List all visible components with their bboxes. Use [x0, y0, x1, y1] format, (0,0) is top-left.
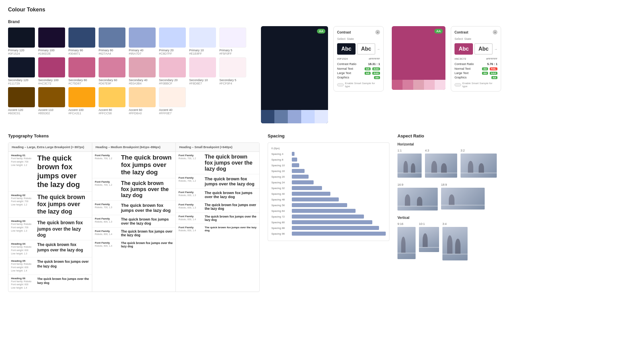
typo-sample-h1-lg: The quick brown fox jumps over the lazy …: [37, 154, 89, 189]
list-item: Spacing 8: [271, 158, 386, 162]
badge-aaa-large: AAA: [372, 72, 380, 75]
swatch-accent-80: Accent 80 #FFCC58: [99, 87, 125, 115]
badge-aa-normal: AA: [365, 67, 371, 70]
brand-label: Brand: [8, 19, 246, 24]
swatch-primary-40: Primary 40 #95A7D7: [129, 27, 156, 55]
typo-sample-h2-lg: The quick brown fox jumps over the lazy …: [37, 194, 89, 216]
typo-sample-h1-sm: The quick brown fox jumps over the lazy …: [205, 154, 257, 172]
smart-sample-toggle-1[interactable]: [337, 83, 344, 86]
list-item: Spacing 10: [271, 163, 386, 167]
aspect-ratio-img-18-9: [441, 188, 485, 209]
compliance-graphics-1: Graphics AA: [337, 76, 380, 79]
list-item: Spacing 72: [271, 215, 386, 219]
typo-meta-h6-lg: Heading 06 Font family: Roboto Font weig…: [11, 277, 35, 290]
swatch-accent-100: Accent 100 #FCA311: [68, 87, 95, 115]
contrast-panel-1-select-row: Select State: [337, 37, 380, 41]
arrow-icon: →: [377, 43, 380, 55]
badge-aa-large-2: AA: [482, 72, 488, 75]
list-item: Spacing 32: [271, 186, 386, 190]
typo-meta-h2-sm: Font Family Roboto, 700, 1.2: [178, 176, 202, 186]
arrow-icon-2: →: [494, 43, 497, 55]
typo-sample-h3-md: The quick brown fox jumps over the lazy …: [121, 203, 173, 213]
compliance-normal-text-1: Normal Text AA AAA: [337, 67, 380, 70]
compliance-large-text-1: Large Text AA AAA: [337, 71, 380, 75]
page: Colour Tokens Brand Primary 120 #0F1524 …: [0, 0, 644, 362]
swatch-primary-10: Primary 10 #E1E8FF: [189, 27, 216, 55]
table-row: Font Family Roboto, 600, 1.3 The quick b…: [176, 201, 259, 213]
contrast-panel-2: Contrast × Select State Abc Abc → #AC3C7…: [451, 26, 501, 92]
typo-sample-h4-lg: The quick brown fox jumps over the lazy …: [37, 242, 89, 255]
aspect-ratio-img-3-4: [442, 227, 468, 260]
badge-aa-normal-2: AA: [482, 67, 488, 70]
contrast-panel-1-title: Contrast: [337, 31, 351, 34]
contrast-panel-1-abc-row: Abc Abc →: [337, 43, 380, 55]
list-item: Spacing 96: [271, 232, 386, 236]
smart-sample-toggle-2[interactable]: [454, 83, 461, 86]
table-row: Font Family Roboto, 700, 1.2 The quick b…: [92, 178, 176, 201]
badge-aaa-normal: AAA: [372, 67, 380, 70]
table-row: Font Family Roboto, 700, 1.2 The quick b…: [92, 152, 176, 178]
contrast-abc-light: Abc: [357, 43, 375, 55]
aspect-ratio-item-1-1: 1:1: [397, 149, 422, 178]
contrast-group-1: AA Contrast × Select State: [261, 26, 384, 123]
swatch-secondary-80: Secondary 80 #C75D87: [68, 57, 95, 85]
smart-sample-row-2: Enable Smart Sample for type: [454, 82, 497, 88]
aa-badge-pink: AA: [434, 29, 443, 34]
swatch-primary-100: Primary 100 #190D2E: [38, 27, 65, 55]
list-item: Spacing 48: [271, 197, 386, 201]
table-row: Font Family Roboto, 600, 1.4 The quick b…: [176, 224, 259, 234]
aspect-ratio-section: Aspect Ratio Horizontal 1:1 4:3: [397, 133, 636, 292]
typo-meta-h3-sm: Font Family Roboto, 600, 1.3: [178, 191, 202, 199]
aspect-ratio-item-10-1: 10:1: [419, 222, 439, 260]
contrast-panel-2-close[interactable]: ×: [493, 30, 497, 35]
typography-section: Typography Tokens Heading – Large, Extra…: [8, 133, 260, 292]
table-row: Font Family Roboto, 600, 1.3 The quick b…: [176, 189, 259, 201]
aspect-ratio-row-1: 1:1 4:3: [397, 149, 636, 178]
aspect-ratio-item-16-9: 16:9: [397, 183, 438, 210]
typo-sample-h3-sm: The quick brown fox jumps over the lazy …: [205, 191, 257, 199]
pink-preview-swatches: [392, 80, 445, 90]
typo-sample-h2-sm: The quick brown fox jumps over the lazy …: [205, 176, 257, 186]
table-row: Font Family Roboto, 700, 1.2 The quick b…: [176, 174, 259, 189]
badge-aa-large: AA: [365, 72, 371, 75]
table-row: Font Family Roboto, 600, 1.4 The quick b…: [92, 239, 176, 250]
typo-sample-h6-sm: The quick brown fox jumps over the lazy …: [205, 226, 257, 232]
aspect-ratio-item-18-9: 18:9: [441, 183, 485, 210]
aspect-ratio-item-3-2: 3:2: [461, 149, 497, 178]
table-row: Font Family Roboto, 700, 1.2 The quick b…: [176, 152, 259, 174]
list-item: Spacing 88: [271, 226, 386, 230]
typo-col-small-header: Heading – Small Breakpoint (<640px): [176, 143, 259, 152]
contrast-panel-1-close[interactable]: ×: [375, 30, 380, 35]
swatch-primary-80: Primary 80 #627AA4: [99, 27, 125, 55]
typo-meta-h2-lg: Heading 02 Font family: Roboto Font weig…: [11, 194, 35, 216]
swatch-secondary-20: Secondary 20 #F0BBCF: [159, 57, 186, 85]
swatch-secondary-120: Secondary 120 #111729: [8, 57, 35, 85]
typo-col-large: Heading – Large, Extra Large Breakpoint …: [8, 143, 92, 292]
typo-meta-h3-md: Font Family Roboto, 700, 1.3: [95, 203, 118, 213]
typo-meta-h4-sm: Font Family Roboto, 600, 1.3: [178, 203, 202, 210]
contrast-panel-2-abc-row: Abc Abc →: [454, 43, 497, 55]
table-row: Heading 05 Font family: Roboto Font weig…: [8, 257, 92, 275]
table-row: Heading 06 Font family: Roboto Font weig…: [8, 275, 92, 292]
swatch-secondary-60: Secondary 60 #D67E9F: [99, 57, 125, 85]
contrast-panel-1: Contrast × Select State Abc Abc → #0F152…: [333, 26, 384, 92]
contrast-panel-2-title: Contrast: [454, 31, 468, 34]
typo-meta-h4-lg: Heading 04 Font family: Roboto Font weig…: [11, 242, 35, 255]
smart-sample-row-1: Enable Smart Sample for type: [337, 82, 380, 88]
table-row: Heading 02 Font family: Roboto Font weig…: [8, 192, 92, 218]
swatch-accent-110: Accent 110 #855302: [38, 87, 65, 115]
swatch-primary-90: Primary 90 #304871: [68, 27, 95, 55]
swatch-accent-40: Accent 40 #FFF0E7: [159, 87, 186, 115]
spacing-container: 0 (0px) Spacing 4 Spacing 8 Spacing 10 S…: [268, 142, 389, 241]
vertical-group-label: Vertical: [397, 216, 636, 220]
typo-sample-h1-md: The quick brown fox jumps over the lazy …: [121, 154, 173, 176]
swatch-secondary-40: Secondary 40 #E0A3B4: [129, 57, 156, 85]
aspect-ratio-img-4-3: [425, 154, 457, 178]
pink-color-preview: AA: [392, 26, 445, 90]
top-section: Brand Primary 120 #0F1524 Primary 100 #1…: [8, 19, 636, 123]
list-item: Spacing 24: [271, 180, 386, 184]
aspect-ratio-item-4-3: 4:3: [425, 149, 457, 178]
contrast-abc-dark: Abc: [337, 43, 356, 55]
typo-meta-h1-md: Font Family Roboto, 700, 1.2: [95, 154, 118, 176]
badge-aaa-large-2: AAA: [490, 72, 497, 75]
